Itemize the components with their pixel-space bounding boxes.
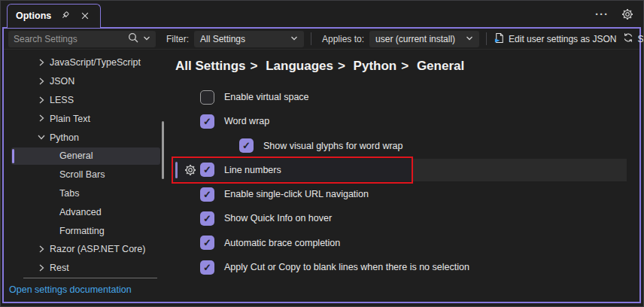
breadcrumb-separator: >: [401, 59, 409, 73]
chevron-right-icon[interactable]: [37, 58, 46, 69]
settings-gear-icon[interactable]: [621, 8, 634, 21]
sync-icon: [623, 32, 633, 45]
tab-options[interactable]: Options: [7, 4, 101, 28]
tree-item-python[interactable]: Python: [4, 128, 172, 147]
setting-row-single-click-url: Enable single-click URL navigation: [175, 183, 639, 205]
tree-item-javascript-typescript[interactable]: JavaScript/TypeScript: [4, 53, 172, 72]
breadcrumb-separator: >: [338, 59, 345, 73]
sidebar-scrollbar-thumb[interactable]: [162, 121, 164, 179]
applies-to-dropdown-value: user (current install): [375, 34, 455, 44]
checkbox-single-click-url[interactable]: [200, 187, 214, 202]
applies-to-label: Applies to:: [322, 34, 364, 44]
options-panel: Filter: All Settings Applies to: user (c…: [2, 27, 641, 303]
breadcrumb-part: Python: [354, 59, 397, 73]
breadcrumb-separator: >: [251, 59, 258, 73]
chevron-right-icon[interactable]: [37, 114, 46, 125]
setting-row-show-visual-glyphs: Show visual glyphs for word wrap: [175, 135, 639, 157]
settings-tree: JavaScript/TypeScript JSON LESS Plain Te…: [4, 50, 172, 278]
setting-row-brace-completion: Automatic brace completion: [175, 232, 639, 254]
chevron-down-icon: [290, 34, 298, 44]
tree-item-scroll-bars[interactable]: Scroll Bars: [4, 166, 172, 184]
search-settings-box[interactable]: [8, 31, 156, 47]
gear-icon[interactable]: [184, 164, 196, 179]
toolbar: Filter: All Settings Applies to: user (c…: [4, 29, 639, 50]
tree-item-rest[interactable]: Rest: [4, 259, 172, 278]
options-window: Options ···: [0, 0, 644, 307]
filter-dropdown[interactable]: All Settings: [194, 31, 304, 47]
applies-to-dropdown[interactable]: user (current install): [369, 31, 479, 47]
checkbox-quick-info[interactable]: [200, 211, 214, 226]
setting-row-cut-copy-blank-lines: Apply Cut or Copy to blank lines when th…: [175, 256, 639, 278]
setting-row-enable-virtual-space: Enable virtual space: [175, 86, 639, 108]
search-input[interactable]: [14, 34, 123, 44]
close-icon[interactable]: [78, 9, 92, 23]
breadcrumb-part: Languages: [266, 59, 333, 73]
tree-item-plain-text[interactable]: Plain Text: [4, 109, 172, 128]
tree-item-razor[interactable]: Razor (ASP.NET Core): [4, 240, 172, 259]
tab-options-label: Options: [16, 11, 51, 21]
chevron-down-icon: [466, 34, 473, 44]
edit-json-file-icon: [494, 32, 505, 46]
sidebar-divider: [23, 278, 157, 278]
tree-item-formatting[interactable]: Formatting: [4, 221, 172, 240]
panel-body: JavaScript/TypeScript JSON LESS Plain Te…: [4, 50, 639, 302]
chevron-right-icon[interactable]: [37, 77, 46, 88]
checkbox-brace-completion[interactable]: [200, 236, 214, 250]
more-options-icon[interactable]: ···: [595, 8, 609, 21]
titlebar: Options ···: [1, 1, 643, 27]
tree-item-general[interactable]: General: [4, 147, 172, 166]
checkbox-line-numbers[interactable]: [200, 163, 214, 177]
tree-item-json[interactable]: JSON: [4, 72, 172, 91]
checkbox-word-wrap[interactable]: [200, 114, 214, 129]
settings-content: All Settings> Languages> Python> General…: [172, 50, 639, 302]
tree-item-advanced[interactable]: Advanced: [4, 202, 172, 221]
toolbar-separator: [311, 32, 311, 45]
tree-item-tabs[interactable]: Tabs: [4, 184, 172, 203]
search-options-chevron-icon[interactable]: [143, 34, 150, 44]
search-icon[interactable]: [128, 32, 138, 45]
setting-row-line-numbers: Line numbers: [175, 159, 639, 181]
sidebar: JavaScript/TypeScript JSON LESS Plain Te…: [4, 50, 172, 302]
checkbox-cut-copy-blank-lines[interactable]: [200, 260, 214, 275]
open-settings-documentation-link[interactable]: Open settings documentation: [9, 284, 132, 295]
edit-json-button[interactable]: Edit user settings as JSON: [494, 32, 616, 46]
chevron-right-icon[interactable]: [37, 245, 46, 256]
checkbox-enable-virtual-space[interactable]: [200, 90, 214, 105]
breadcrumb-part: General: [417, 59, 464, 73]
setting-row-quick-info: Show Quick Info on hover: [175, 207, 639, 229]
sync-button[interactable]: Sync: [623, 32, 644, 45]
pin-icon[interactable]: [58, 9, 71, 23]
filter-label: Filter:: [166, 34, 189, 44]
toolbar-separator: [486, 32, 487, 45]
selected-item-accent-bar: [12, 149, 14, 163]
sync-label: Sync: [637, 34, 644, 44]
row-focus-accent-bar: [175, 162, 178, 178]
breadcrumb-part: All Settings: [175, 59, 246, 73]
titlebar-actions: ···: [595, 8, 634, 21]
edit-json-label: Edit user settings as JSON: [509, 34, 616, 44]
chevron-right-icon[interactable]: [37, 263, 46, 275]
chevron-down-icon[interactable]: [37, 132, 46, 144]
settings-rows: Enable virtual space Word wrap Show visu…: [175, 86, 639, 280]
breadcrumb: All Settings> Languages> Python> General: [175, 59, 469, 74]
setting-row-word-wrap: Word wrap: [175, 110, 639, 132]
filter-dropdown-value: All Settings: [200, 34, 245, 44]
chevron-right-icon[interactable]: [37, 96, 46, 107]
tree-item-less[interactable]: LESS: [4, 91, 172, 110]
checkbox-show-visual-glyphs[interactable]: [239, 138, 254, 153]
